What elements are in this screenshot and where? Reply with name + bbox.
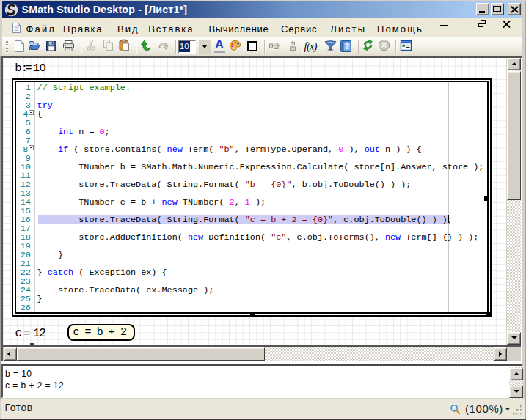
- svg-text:?: ?: [344, 42, 349, 51]
